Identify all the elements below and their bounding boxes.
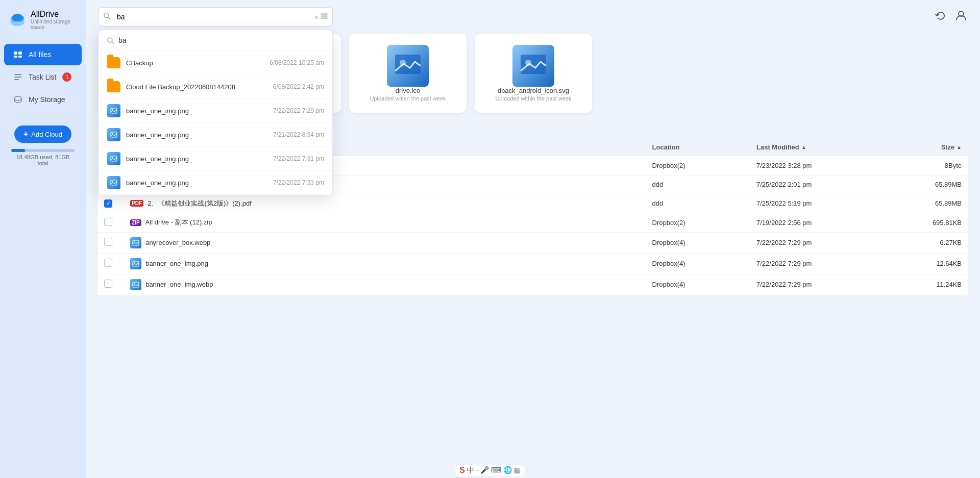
- row-checkbox-4[interactable]: [104, 238, 112, 246]
- recent-card-date-3: Uploaded within the past week: [495, 95, 571, 102]
- sidebar-item-my-storage[interactable]: My Storage: [4, 89, 82, 110]
- dropdown-item-1[interactable]: Cloud File Backup_20220608144208 6/08/20…: [99, 75, 332, 99]
- table-row[interactable]: ✓ PDF 2、《精益创业实战(第2版)》(2).pdf ddd 7/25/20…: [98, 194, 968, 213]
- search-menu-icon[interactable]: [321, 13, 328, 21]
- row-modified-cell: 7/22/2022 7:29 pm: [750, 253, 881, 274]
- svg-rect-8: [14, 74, 21, 75]
- search-dropdown: ba CBackup 6/08/2022 10:25 am Cloud File…: [98, 30, 333, 195]
- search-clear-icon[interactable]: ×: [314, 13, 318, 21]
- img-icon-5: [107, 175, 121, 190]
- svg-rect-15: [321, 16, 328, 17]
- row-name-cell[interactable]: anyrecover_box.webp: [124, 232, 646, 253]
- folder-icon-1: [107, 80, 121, 94]
- main-content: × ba CBackup 6/08/2022 10:25 am: [86, 0, 980, 478]
- row-modified-cell: 7/25/2022 2:01 pm: [750, 175, 881, 194]
- row-name-cell[interactable]: banner_one_img.png: [124, 253, 646, 274]
- row-check-cell[interactable]: [98, 253, 124, 274]
- dropdown-item-name-0: CBackup: [126, 59, 264, 67]
- logo-text: AllDrive Unlimited storage space: [31, 10, 78, 30]
- topbar: × ba CBackup 6/08/2022 10:25 am: [86, 0, 980, 34]
- file-row-name: banner_one_img.png: [130, 258, 640, 269]
- header-location[interactable]: Location: [646, 139, 750, 156]
- header-size[interactable]: Size ▲: [881, 139, 968, 156]
- dropdown-item-date-3: 7/21/2022 8:54 pm: [273, 131, 324, 138]
- header-modified-label: Last Modified: [756, 143, 799, 151]
- header-location-label: Location: [652, 143, 680, 151]
- svg-point-37: [134, 241, 135, 242]
- search-icon: [103, 12, 111, 22]
- dropdown-item-3[interactable]: banner_one_img.png 7/21/2022 8:54 pm: [99, 123, 332, 147]
- all-files-icon: [12, 49, 23, 60]
- row-name-cell[interactable]: banner_one_img.webp: [124, 274, 646, 295]
- row-checkbox-6[interactable]: [104, 280, 112, 288]
- account-button[interactable]: [954, 9, 968, 25]
- pdf-icon: PDF: [130, 200, 143, 207]
- header-modified[interactable]: Last Modified ▲: [750, 139, 881, 156]
- svg-rect-36: [133, 240, 139, 245]
- table-row[interactable]: anyrecover_box.webp Dropbox(4) 7/22/2022…: [98, 232, 968, 253]
- svg-point-20: [112, 109, 113, 110]
- sidebar-item-all-files[interactable]: All files: [4, 44, 82, 65]
- taskbar-mic-icon: 🎤: [480, 466, 489, 475]
- row-checkbox-3[interactable]: [104, 218, 112, 226]
- file-name-label: banner_one_img.webp: [145, 281, 213, 288]
- task-list-icon: [12, 71, 23, 83]
- dropdown-query-row: ba: [99, 30, 332, 51]
- row-location-cell: Dropbox(4): [646, 274, 750, 295]
- svg-point-41: [134, 283, 135, 284]
- row-name-cell[interactable]: ZIP All drive - 副本 (12).zip: [124, 213, 646, 232]
- folder-icon-0: [107, 56, 121, 70]
- sidebar-item-task-list[interactable]: Task List 1: [4, 66, 82, 88]
- row-location-cell: Dropbox(2): [646, 156, 750, 175]
- file-name-label: anyrecover_box.webp: [145, 239, 210, 246]
- dropdown-item-0[interactable]: CBackup 6/08/2022 10:25 am: [99, 51, 332, 75]
- dropdown-item-date-1: 6/08/2022 2:42 pm: [273, 83, 324, 90]
- add-cloud-label: Add Cloud: [31, 131, 62, 138]
- dropdown-item-date-2: 7/22/2022 7:29 pm: [273, 107, 324, 114]
- storage-bar-track: [11, 149, 75, 152]
- row-modified-cell: 7/25/2022 5:19 pm: [750, 194, 881, 213]
- row-size-cell: 12.64KB: [881, 253, 968, 274]
- row-checkbox-2[interactable]: ✓: [104, 199, 112, 208]
- row-check-cell[interactable]: [98, 274, 124, 295]
- row-location-cell: Dropbox(4): [646, 253, 750, 274]
- recent-card-3[interactable]: dback_android_icon.svg Uploaded within t…: [475, 34, 592, 113]
- svg-line-13: [108, 17, 110, 19]
- dropdown-item-2[interactable]: banner_one_img.png 7/22/2022 7:29 pm: [99, 99, 332, 123]
- svg-rect-16: [321, 18, 328, 19]
- add-cloud-plus-icon: +: [23, 130, 28, 139]
- row-name-cell[interactable]: PDF 2、《精益创业实战(第2版)》(2).pdf: [124, 194, 646, 213]
- row-modified-cell: 7/22/2022 7:29 pm: [750, 274, 881, 295]
- table-row[interactable]: ZIP All drive - 副本 (12).zip Dropbox(2) 7…: [98, 213, 968, 232]
- dropdown-item-date-5: 7/22/2022 7:33 pm: [273, 179, 324, 186]
- svg-point-24: [112, 157, 113, 158]
- refresh-button[interactable]: [935, 10, 946, 24]
- table-row[interactable]: banner_one_img.png Dropbox(4) 7/22/2022 …: [98, 253, 968, 274]
- svg-rect-14: [321, 14, 328, 15]
- taskbar-globe-icon: 🌐: [503, 466, 512, 475]
- svg-point-3: [12, 14, 23, 21]
- table-row[interactable]: banner_one_img.webp Dropbox(4) 7/22/2022…: [98, 274, 968, 295]
- row-check-cell[interactable]: [98, 232, 124, 253]
- dropdown-item-date-4: 7/22/2022 7:31 pm: [273, 155, 324, 162]
- dropdown-item-5[interactable]: banner_one_img.png 7/22/2022 7:33 pm: [99, 171, 332, 195]
- my-storage-icon: [12, 94, 23, 105]
- row-check-cell[interactable]: [98, 213, 124, 232]
- system-taskbar: S 中 · 🎤 ⌨ 🌐 ▦: [455, 465, 525, 476]
- storage-bar-container: 18.48GB used, 81GB total: [7, 149, 79, 166]
- row-check-cell[interactable]: ✓: [98, 194, 124, 213]
- search-input[interactable]: [98, 7, 333, 27]
- row-checkbox-5[interactable]: [104, 259, 112, 267]
- dropdown-item-4[interactable]: banner_one_img.png 7/22/2022 7:31 pm: [99, 147, 332, 171]
- svg-rect-34: [521, 55, 546, 74]
- recent-card-2[interactable]: drive.ico Uploaded within the past week: [349, 34, 467, 113]
- svg-point-39: [134, 262, 135, 263]
- add-cloud-button[interactable]: + Add Cloud: [14, 125, 71, 143]
- svg-rect-21: [111, 132, 117, 137]
- row-modified-cell: 7/19/2022 2:56 pm: [750, 213, 881, 232]
- svg-line-18: [112, 42, 114, 44]
- img-icon-4: [107, 152, 121, 166]
- row-size-cell: 695.81KB: [881, 213, 968, 232]
- dropdown-query-text: ba: [118, 36, 127, 44]
- recent-card-thumb-3: [512, 45, 554, 87]
